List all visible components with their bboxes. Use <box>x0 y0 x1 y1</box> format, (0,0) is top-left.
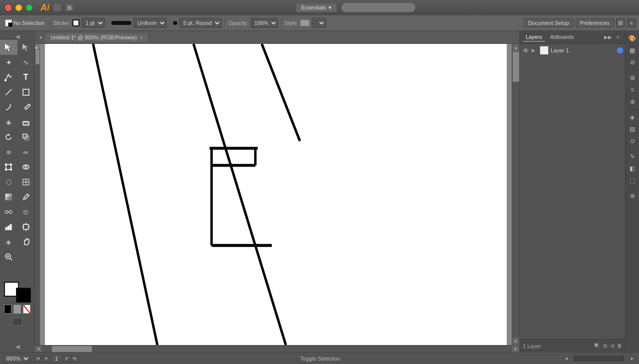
close-window-button[interactable] <box>5 4 11 11</box>
drawing-canvas[interactable] <box>45 44 507 345</box>
mesh-tool[interactable] <box>17 175 35 189</box>
rotate-tool[interactable] <box>0 130 17 145</box>
hand-tool[interactable] <box>17 234 35 249</box>
color-icon[interactable]: 🎨 <box>627 33 638 44</box>
maximize-window-button[interactable] <box>26 4 32 11</box>
column-graph-tool[interactable] <box>0 219 17 234</box>
status-arrow-right[interactable]: ▸ <box>628 355 636 363</box>
last-page-btn[interactable]: ▸| <box>71 355 78 362</box>
pencil-tool[interactable] <box>17 100 35 115</box>
vscroll-up-btn[interactable]: ▴ <box>512 44 520 51</box>
tab-close-button[interactable]: × <box>140 35 143 40</box>
panel-menu-icon[interactable]: ≡ <box>614 33 622 41</box>
fill-indicator[interactable] <box>5 19 12 26</box>
selection-tool[interactable] <box>0 40 17 55</box>
style-preview[interactable] <box>300 19 310 26</box>
appearance-icon[interactable]: ◈ <box>627 112 638 123</box>
perspective-tool[interactable]: ⬡ <box>0 175 17 189</box>
hscroll-right-btn[interactable]: ▸ <box>512 346 519 353</box>
delete-layer-icon[interactable]: 🗑 <box>617 343 622 349</box>
screen-mode-btn[interactable] <box>12 318 22 326</box>
none-swatch[interactable] <box>4 305 11 314</box>
workspace-icon[interactable]: ⊞ <box>616 18 625 27</box>
panel-collapse-top[interactable]: ◀ <box>0 33 34 40</box>
vscroll-down-btn[interactable]: ▾ <box>512 338 520 345</box>
line-tool[interactable] <box>0 85 17 100</box>
move-to-layer-icon[interactable]: ⇉ <box>610 343 614 349</box>
magic-wand-tool[interactable]: ✦ <box>0 55 17 70</box>
eraser-tool[interactable] <box>17 115 35 130</box>
symbols-icon[interactable]: ⊙ <box>627 136 638 147</box>
zoom-select[interactable]: 800% <box>3 354 30 363</box>
vscroll-track[interactable] <box>512 51 520 338</box>
gray-swatch[interactable] <box>13 305 21 314</box>
vscroll-up[interactable]: ▴ <box>35 44 40 49</box>
hscroll-left-btn[interactable]: ◂ <box>35 346 42 353</box>
layer-expand-arrow[interactable]: ▶ <box>532 48 538 53</box>
links-icon[interactable]: ⊗ <box>627 190 638 201</box>
artboards-tab[interactable]: Artboards <box>547 33 577 42</box>
panel-toggle-icon[interactable]: ≡ <box>627 18 636 27</box>
page-input[interactable] <box>50 354 62 363</box>
lasso-tool[interactable]: ∿ <box>17 55 35 70</box>
stroke-type-select[interactable]: Uniform <box>133 18 167 28</box>
arrange-icon[interactable]: ⊞ <box>65 3 73 11</box>
point-style-select[interactable]: 5 pt. Round <box>179 18 222 28</box>
align-icon[interactable]: ≡ <box>627 84 638 95</box>
layer-item[interactable]: ▶ Layer 1 <box>520 44 625 57</box>
direct-selection-tool[interactable] <box>17 40 35 55</box>
paintbrush-tool[interactable] <box>0 100 17 115</box>
opacity-select[interactable]: 100% <box>251 18 278 28</box>
hscroll-thumb[interactable] <box>52 346 92 352</box>
white-swatch[interactable] <box>23 305 30 314</box>
width-tool[interactable]: ⇔ <box>17 145 35 160</box>
new-layer-icon[interactable]: ⊞ <box>603 343 607 349</box>
artboard-tool[interactable] <box>17 219 35 234</box>
color-swatch-stack[interactable] <box>4 282 31 303</box>
blob-brush-tool[interactable]: ◈ <box>0 115 17 130</box>
document-tab[interactable]: Untitled-1* @ 800% (RGB/Preview) × <box>45 32 148 42</box>
search-layers-icon[interactable]: 🔍 <box>594 343 600 349</box>
panel-expand-icon[interactable]: ▶▶ <box>604 33 612 41</box>
prev-page-btn[interactable]: ◂ <box>42 355 49 362</box>
brushes-icon[interactable]: ✎ <box>627 151 638 162</box>
warp-tool[interactable]: ≋ <box>0 145 17 160</box>
stroke-swatch[interactable] <box>16 288 31 303</box>
stroke-color-box[interactable] <box>72 19 79 26</box>
next-page-btn[interactable]: ▸ <box>63 355 70 362</box>
slice-tool[interactable]: ◈ <box>0 234 17 249</box>
graphic-styles-icon[interactable]: ▨ <box>627 124 638 135</box>
hscroll-track[interactable] <box>42 346 512 353</box>
scale-tool[interactable] <box>17 130 35 145</box>
gradient-tool[interactable] <box>0 189 17 204</box>
preferences-button[interactable]: Preferences <box>576 18 614 27</box>
rectangle-tool[interactable] <box>17 85 35 100</box>
panel-collapse-bottom[interactable]: ◀ <box>0 343 34 350</box>
layer-visibility-icon[interactable] <box>522 46 530 54</box>
tab-collapse-icon[interactable]: ▸ <box>37 33 45 41</box>
transform-icon[interactable]: ⊞ <box>627 72 638 83</box>
style-select[interactable] <box>312 18 326 28</box>
search-input[interactable] <box>341 2 416 12</box>
first-page-btn[interactable]: |◂ <box>34 355 41 362</box>
zoom-tool[interactable] <box>0 249 17 264</box>
pathfinder-icon[interactable]: ⊕ <box>627 96 638 107</box>
free-transform-tool[interactable] <box>0 160 17 175</box>
eyedropper-tool[interactable] <box>17 189 35 204</box>
stroke-panel-icon[interactable]: ⊘ <box>627 57 638 68</box>
shape-builder-tool[interactable] <box>17 160 35 175</box>
essentials-button[interactable]: Essentials ▾ <box>296 3 336 12</box>
minimize-window-button[interactable] <box>15 4 22 11</box>
layers-icon[interactable]: ◧ <box>627 163 638 174</box>
artboards-icon[interactable]: ⬚ <box>627 175 638 186</box>
blend-tool[interactable] <box>0 204 17 219</box>
status-arrow-left[interactable]: ◂ <box>562 355 570 363</box>
history-icon[interactable] <box>53 3 61 11</box>
vscroll-thumb-left[interactable] <box>35 49 39 64</box>
type-tool[interactable]: T <box>17 70 35 85</box>
vscroll-thumb[interactable] <box>513 52 519 82</box>
symbol-sprayer-tool[interactable]: ⊙ <box>17 204 35 219</box>
swatches-icon[interactable]: ▦ <box>627 45 638 56</box>
document-setup-button[interactable]: Document Setup <box>524 18 574 27</box>
pen-tool[interactable] <box>0 70 17 85</box>
